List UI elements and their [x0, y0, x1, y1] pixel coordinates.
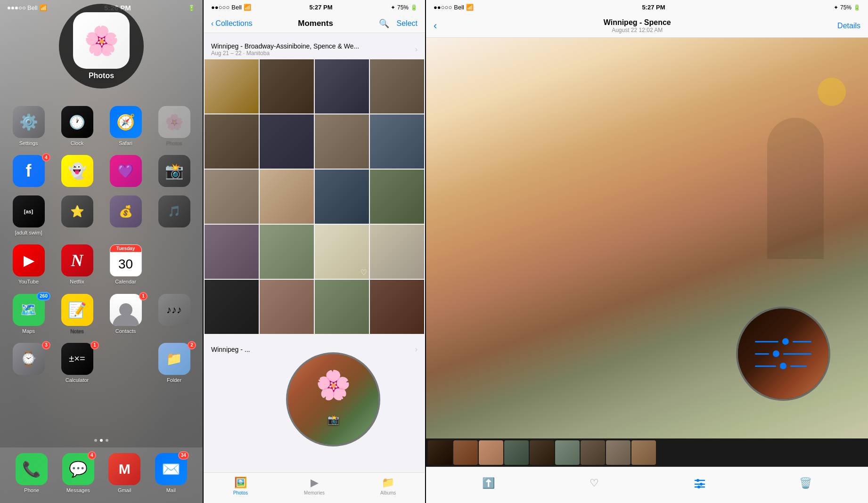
edit-button[interactable]	[689, 473, 710, 494]
dock-phone[interactable]: 📞 Phone	[16, 453, 48, 494]
mail-badge: 34	[178, 451, 189, 460]
share-button[interactable]: ⬆️	[478, 473, 499, 494]
dock-mail[interactable]: ✉️ Mail 34	[155, 453, 187, 494]
app-contacts[interactable]: Contacts 1	[106, 294, 146, 334]
photo-cell-4[interactable]	[370, 59, 424, 114]
strip-thumb-6[interactable]	[555, 440, 580, 465]
slider-line-2	[755, 353, 769, 355]
tab-memories[interactable]: ▶ Memories	[278, 477, 352, 495]
search-button[interactable]: 🔍	[379, 18, 389, 29]
photo-cell-2[interactable]	[260, 59, 314, 114]
signal-dot-5	[23, 7, 25, 9]
photo-cell-7[interactable]	[315, 114, 369, 169]
moment-title-2: Winnipeg - ...	[211, 346, 250, 353]
app-calc[interactable]: ±×= Calculator 1	[57, 343, 97, 383]
app-misc1[interactable]: 💜	[106, 155, 146, 187]
photo-cell-18[interactable]	[260, 280, 314, 334]
dock-gmail[interactable]: M Gmail	[108, 453, 140, 494]
status2-right: ✦ 75% 🔋	[391, 4, 418, 11]
strip-thumb-2[interactable]	[453, 440, 478, 465]
photo-cell-9[interactable]	[205, 170, 259, 224]
app-facebook[interactable]: f 4	[8, 155, 49, 187]
photos-tab-icon: 🖼️	[234, 477, 247, 489]
photo-cell-15[interactable]: ♡	[315, 225, 369, 279]
adult-swim-label: [adult swim]	[15, 230, 42, 236]
select-button[interactable]: Select	[397, 19, 418, 28]
photo-cell-16[interactable]	[370, 225, 424, 279]
back-button-3[interactable]: ‹	[434, 20, 437, 32]
page-dot-3	[106, 439, 108, 442]
photo-cell-10[interactable]	[260, 170, 314, 224]
strip-thumb-4[interactable]	[504, 440, 529, 465]
strip-thumb-5[interactable]	[530, 440, 554, 465]
app-youtube[interactable]: ▶ YouTube	[8, 244, 49, 285]
facebook-badge: 4	[42, 153, 50, 162]
slider-row-3	[755, 363, 811, 369]
photo-cell-6[interactable]	[260, 114, 314, 169]
photo-cell-5[interactable]	[205, 114, 259, 169]
app-misc3[interactable]: 🎵	[154, 195, 194, 236]
strip-thumb-7[interactable]	[581, 440, 605, 465]
photo-cell-3[interactable]	[315, 59, 369, 114]
app-maps[interactable]: 🗺️ Maps 260	[8, 294, 49, 334]
photo-cell-19[interactable]	[315, 280, 369, 334]
app-calendar[interactable]: Tuesday 30 Calendar	[106, 244, 146, 285]
dock: 📞 Phone 💬 Messages 4 M Gmail ✉️ Mail 34	[0, 447, 203, 503]
app-safari[interactable]: 🧭 Safari	[106, 106, 146, 146]
app-music-folder[interactable]: ♪♪♪	[154, 294, 194, 334]
strip-thumb-9[interactable]	[631, 440, 656, 465]
calc-badge: 1	[90, 341, 99, 349]
figure-hint	[767, 118, 824, 259]
app-settings[interactable]: ⚙️ Settings	[8, 106, 49, 146]
dock-messages[interactable]: 💬 Messages 4	[62, 453, 94, 494]
photos-big-icon: 🌸	[73, 12, 130, 69]
maps-label: Maps	[22, 328, 35, 334]
tab-albums[interactable]: 📁 Albums	[351, 477, 425, 495]
safari-icon: 🧭	[110, 106, 142, 138]
photos-highlight-circle: 🌸 Photos	[59, 4, 144, 89]
photo-cell-20[interactable]	[370, 280, 424, 334]
app-netflix[interactable]: N Netflix	[57, 244, 97, 285]
app-folder[interactable]: 📁 Folder 2	[154, 343, 194, 383]
svg-point-5	[697, 486, 700, 488]
gmail-icon: M	[108, 453, 140, 485]
phone-icon: 📞	[16, 453, 48, 485]
strip-thumb-8[interactable]	[606, 440, 631, 465]
tab-photos[interactable]: 🖼️ Photos	[204, 477, 278, 495]
zoom-circle-3	[736, 307, 830, 401]
app-taptic[interactable]: ⌚ 3	[8, 343, 49, 383]
back-collections-button[interactable]: ‹ Collections	[211, 19, 253, 28]
sliders-icon-action	[693, 477, 706, 490]
photo-cell-11[interactable]	[315, 170, 369, 224]
youtube-label: YouTube	[18, 279, 39, 285]
photo-cell-17[interactable]	[205, 280, 259, 334]
svg-point-1	[696, 479, 699, 482]
carrier3-dots: ●●○○○	[434, 4, 452, 11]
app-adult-swim[interactable]: [as] [adult swim]	[8, 195, 49, 236]
app-multi2[interactable]: ⭐	[57, 195, 97, 236]
photo-cell-1[interactable]	[205, 59, 259, 114]
app-camera[interactable]: 📸	[154, 155, 194, 187]
app-mystery[interactable]: 💰	[106, 195, 146, 236]
calc-label: Calculator	[66, 377, 89, 383]
misc3-icon: 🎵	[158, 195, 190, 227]
delete-button[interactable]: 🗑️	[795, 473, 816, 494]
photo-cell-12[interactable]	[370, 170, 424, 224]
photo-main[interactable]	[426, 38, 868, 438]
contacts-icon	[110, 294, 142, 326]
photo-cell-8[interactable]	[370, 114, 424, 169]
slider-row-1	[755, 338, 811, 345]
photo-cell-13[interactable]	[205, 225, 259, 279]
strip-thumb-3[interactable]	[479, 440, 503, 465]
favorite-button[interactable]: ♡	[584, 473, 605, 494]
photo-cell-14[interactable]	[260, 225, 314, 279]
app-clock[interactable]: 🕐 Clock	[57, 106, 97, 146]
blank1-icon	[158, 244, 190, 276]
app-snapchat[interactable]: 👻	[57, 155, 97, 187]
app-photos[interactable]: 🌸 Photos	[154, 106, 194, 146]
details-button[interactable]: Details	[837, 22, 860, 30]
home-screen: 🌸 Photos Bell 📶 5:26 PM 🔋 ⚙️ Settings	[0, 0, 203, 503]
moment-header-1[interactable]: Winnipeg - Broadway-Assiniboine, Spence …	[204, 39, 425, 59]
strip-thumb-1[interactable]	[428, 440, 452, 465]
app-notes[interactable]: 📝 Notes	[57, 294, 97, 334]
